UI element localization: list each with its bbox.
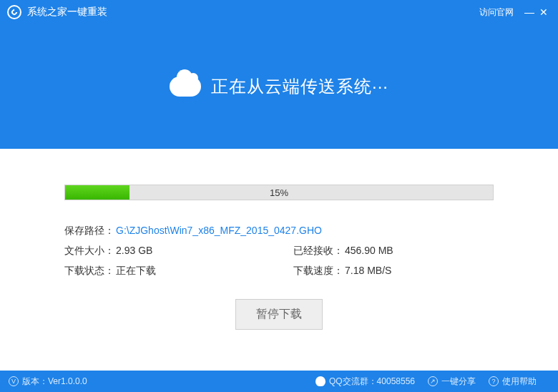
file-size-label: 文件大小： <box>64 245 114 258</box>
pause-download-button[interactable]: 暂停下载 <box>235 299 323 330</box>
version-icon: V <box>9 376 19 386</box>
download-info: 保存路径： G:\ZJGhost\Win7_x86_MFZ_2015_0427.… <box>64 225 494 278</box>
save-path-value[interactable]: G:\ZJGhost\Win7_x86_MFZ_2015_0427.GHO <box>116 225 322 237</box>
version-value: Ver1.0.0.0 <box>48 376 87 386</box>
progress-bar: 15% <box>64 185 494 200</box>
share-icon: ↗ <box>428 376 438 386</box>
file-size-value: 2.93 GB <box>116 245 152 258</box>
help-label: 使用帮助 <box>502 376 537 388</box>
version-label: 版本： <box>22 376 48 388</box>
received-label: 已经接收： <box>293 245 343 258</box>
received-value: 456.90 MB <box>345 245 393 258</box>
titlebar: 系统之家一键重装 访问官网 — ✕ <box>0 0 558 24</box>
minimize-button[interactable]: — <box>522 6 537 18</box>
qq-group-link[interactable]: QQ交流群： 40058556 <box>315 376 415 388</box>
hero-status-text: 正在从云端传送系统··· <box>211 75 388 98</box>
download-status-label: 下载状态： <box>64 265 114 278</box>
hero-banner: 正在从云端传送系统··· <box>0 24 558 149</box>
visit-official-link[interactable]: 访问官网 <box>479 6 514 19</box>
app-title: 系统之家一键重装 <box>27 6 107 19</box>
share-label: 一键分享 <box>441 376 476 388</box>
cloud-icon <box>170 77 201 97</box>
qq-group-label: QQ交流群： <box>329 376 377 388</box>
app-logo-icon <box>7 5 21 19</box>
help-icon: ? <box>489 376 499 386</box>
version-info: V 版本： Ver1.0.0.0 <box>9 376 87 388</box>
qq-icon <box>315 376 326 386</box>
download-speed-label: 下载速度： <box>293 265 343 278</box>
close-button[interactable]: ✕ <box>537 6 551 18</box>
share-link[interactable]: ↗ 一键分享 <box>428 376 476 388</box>
download-speed-value: 7.18 MB/S <box>345 265 391 278</box>
help-link[interactable]: ? 使用帮助 <box>489 376 537 388</box>
content-area: 15% 保存路径： G:\ZJGhost\Win7_x86_MFZ_2015_0… <box>0 149 558 330</box>
qq-group-value: 40058556 <box>377 376 415 386</box>
download-status-value: 正在下载 <box>116 265 156 278</box>
footer-bar: V 版本： Ver1.0.0.0 QQ交流群： 40058556 ↗ 一键分享 … <box>0 371 558 392</box>
progress-percent-text: 15% <box>65 185 493 200</box>
save-path-label: 保存路径： <box>64 225 114 237</box>
